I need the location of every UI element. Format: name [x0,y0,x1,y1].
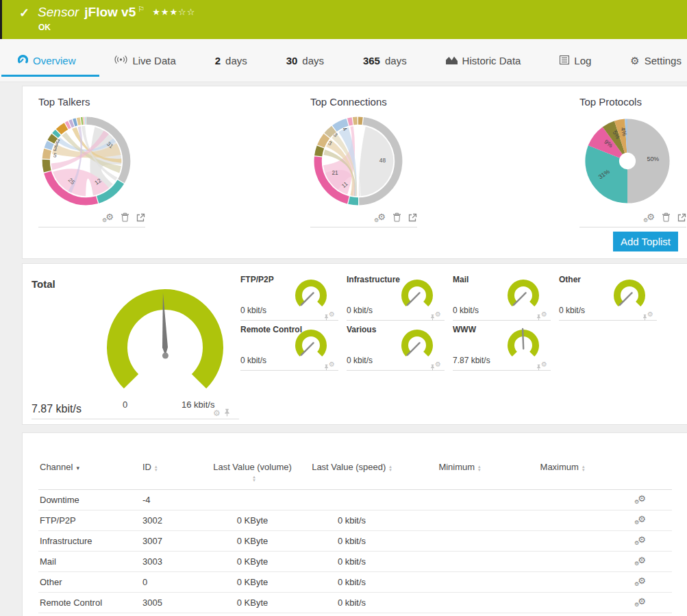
gear-icon[interactable]: ⚙ [541,361,547,368]
cell: 0 KByte [210,552,295,572]
cell [408,531,511,552]
gear-icon[interactable]: ⚙ [435,361,441,368]
priority-stars[interactable]: ★★★☆☆ [152,7,195,17]
chart-title: Top Protocols [579,96,686,108]
table-row[interactable]: Remote Control30050 KByte0 kbit/s⚙⚙ [38,593,672,613]
table-row[interactable]: Mail30030 KByte0 kbit/s⚙⚙ [38,552,672,572]
toplist-actions: ⚙⚙ [310,210,417,227]
cell [408,593,511,613]
gauge-value: 0 kbit/s [347,306,373,315]
channel-name: FTP/P2P [38,510,141,531]
tab-365-days[interactable]: 365days [363,39,407,82]
channel-name: Mail [38,552,141,572]
toplist-top-talkers[interactable]: Top Talkers 3112255333 ⚙⚙ [38,96,145,227]
gauge-actions: ⚙ [329,311,338,318]
cell: 0 KByte [210,531,295,552]
tab-overview[interactable]: Overview [18,39,76,82]
tab-30-days[interactable]: 30days [286,39,324,82]
gauge-dial [293,328,329,363]
chart-title: Top Talkers [38,96,145,108]
delete-icon[interactable] [121,212,129,222]
top-protocols-pie-chart[interactable]: 50%31%9%5%4% [579,113,675,209]
cell [511,572,614,593]
gauge-value: 0 kbit/s [453,306,479,315]
gauge-max-label: 16 kbit/s [182,399,214,410]
gauge-dial [612,278,647,313]
column-header-channel[interactable]: Channel▾ [38,458,141,490]
column-header-last-value-speed-[interactable]: Last Value (speed)▴▾ [295,458,408,490]
channel-settings-cell: ⚙⚙ [614,572,672,593]
gear-icon[interactable]: ⚙ [541,311,547,318]
tab-settings[interactable]: ⚙Settings [630,39,682,82]
gear-icon[interactable]: ⚙ [213,409,221,417]
pin-icon[interactable] [224,407,230,419]
sort-icon: ▴▾ [155,465,158,471]
gauge-remote-control: Remote Control0 kbit/s⚙ [240,325,338,371]
gauge-mail: Mail0 kbit/s⚙ [453,275,551,321]
gear-icon[interactable]: ⚙ [329,361,335,368]
toplist-settings-icon[interactable]: ⚙⚙ [374,212,386,222]
tab-label: Live Data [132,55,175,66]
channel-name: Other [38,572,141,593]
add-toplist-button[interactable]: Add Toplist [613,232,678,251]
table-row[interactable]: Other00 KByte0 kbit/s⚙⚙ [38,572,672,593]
svg-text:50%: 50% [647,156,659,162]
toplist-actions: ⚙⚙ [38,210,145,227]
gear-icon[interactable]: ⚙ [329,311,335,318]
gear-icon[interactable]: ⚙ [647,311,653,318]
tab-2-days[interactable]: 2days [215,39,247,82]
cell: -4 [141,490,210,510]
channel-settings-icon[interactable]: ⚙⚙ [634,576,646,586]
column-header-id[interactable]: ID▴▾ [141,458,210,490]
top-talkers-chord-chart[interactable]: 3112255333 [38,113,134,209]
table-row[interactable]: Infrastructure30070 KByte0 kbit/s⚙⚙ [38,531,672,552]
svg-text:48: 48 [379,157,386,164]
channel-settings-icon[interactable]: ⚙⚙ [634,535,646,545]
gear-icon[interactable]: ⚙ [435,311,441,318]
column-header-minimum[interactable]: Minimum▴▾ [408,458,511,490]
external-link-icon[interactable] [677,213,686,222]
delete-icon[interactable] [662,212,671,222]
external-link-icon[interactable] [136,213,145,222]
external-link-icon[interactable] [408,213,417,222]
tab-label: Overview [33,55,76,66]
tab-log[interactable]: Log [560,39,591,82]
channel-settings-icon[interactable]: ⚙⚙ [634,494,646,504]
gauge-title: FTP/P2P [240,275,274,284]
gauge-title-total: Total [32,278,55,290]
gauge-infrastructure: Infrastructure0 kbit/s⚙ [347,275,445,321]
toplist-settings-icon[interactable]: ⚙⚙ [102,212,114,222]
channel-settings-icon[interactable]: ⚙⚙ [634,597,646,606]
channel-table: Channel▾ID▴▾Last Value (volume)▴▾Last Va… [38,458,672,613]
toplist-settings-icon[interactable]: ⚙⚙ [643,212,655,222]
gauge-title: WWW [453,325,476,334]
top-connections-chord-chart[interactable]: 482111334 [310,113,406,209]
sort-icon: ▴▾ [478,465,481,471]
delete-icon[interactable] [392,212,401,222]
tab-historic-data[interactable]: Historic Data [446,39,521,82]
gauge-actions: ⚙ [213,407,230,419]
tab-bar: OverviewLive Data2days30days365daysHisto… [0,39,687,82]
column-header-last-value-volume-[interactable]: Last Value (volume)▴▾ [210,458,295,490]
tab-label: Settings [645,55,682,66]
object-type-label: Sensor [38,5,79,20]
flag-icon[interactable]: ⚐ [138,5,145,14]
sensor-title: jFlow v5 [84,5,136,20]
channel-name: Remote Control [38,593,141,613]
sort-icon: ▴▾ [582,465,585,471]
gauge-dial [505,278,541,313]
table-row[interactable]: Downtime-4⚙⚙ [38,490,672,510]
toplist-top-protocols[interactable]: Top Protocols 50%31%9%5%4% ⚙⚙ [579,96,686,227]
toplist-top-connections[interactable]: Top Connections 482111334 ⚙⚙ [310,96,417,227]
table-row[interactable]: FTP/P2P30020 KByte0 kbit/s⚙⚙ [38,510,672,531]
cell: 0 kbit/s [295,572,408,593]
channel-settings-icon[interactable]: ⚙⚙ [634,556,646,565]
cell: 0 KByte [210,510,295,531]
channel-settings-icon[interactable]: ⚙⚙ [634,515,646,524]
cell: 3005 [141,593,210,613]
column-header-maximum[interactable]: Maximum▴▾ [511,458,614,490]
channel-name: Infrastructure [38,531,141,552]
channel-settings-cell: ⚙⚙ [614,552,672,572]
svg-text:5: 5 [53,151,58,159]
tab-live-data[interactable]: Live Data [114,39,175,82]
